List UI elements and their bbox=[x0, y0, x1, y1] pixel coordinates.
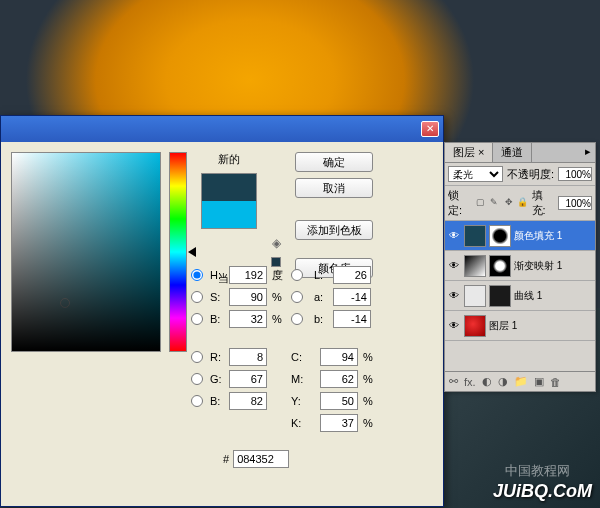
c-unit: % bbox=[363, 351, 379, 363]
s-unit: % bbox=[272, 291, 288, 303]
visibility-icon[interactable]: 👁 bbox=[447, 230, 461, 241]
h-unit: 度 bbox=[272, 268, 288, 283]
folder-icon[interactable]: 📁 bbox=[514, 375, 528, 388]
l-label: L: bbox=[314, 269, 330, 281]
m-input[interactable] bbox=[320, 370, 358, 388]
a-input[interactable] bbox=[333, 288, 371, 306]
color-swatch bbox=[201, 173, 257, 229]
hex-label: # bbox=[223, 453, 229, 465]
opacity-label: 不透明度: bbox=[507, 167, 554, 182]
fx-icon[interactable]: fx. bbox=[464, 376, 476, 388]
visibility-icon[interactable]: 👁 bbox=[447, 260, 461, 271]
layer-mask-thumb bbox=[489, 255, 511, 277]
r-input[interactable] bbox=[229, 348, 267, 366]
fill-label: 填充: bbox=[532, 188, 556, 218]
lb-label: b: bbox=[314, 313, 330, 325]
panel-footer: ⚯ fx. ◐ ◑ 📁 ▣ 🗑 bbox=[445, 371, 595, 391]
a-radio[interactable] bbox=[291, 291, 303, 303]
y-label: Y: bbox=[291, 395, 317, 407]
layer-item[interactable]: 👁 颜色填充 1 bbox=[445, 221, 595, 251]
visibility-icon[interactable]: 👁 bbox=[447, 320, 461, 331]
lock-pixels-icon[interactable]: ✎ bbox=[489, 197, 500, 209]
r-radio[interactable] bbox=[191, 351, 203, 363]
layer-thumb bbox=[464, 255, 486, 277]
lock-all-icon[interactable]: 🔒 bbox=[517, 197, 528, 209]
visibility-icon[interactable]: 👁 bbox=[447, 290, 461, 301]
c-input[interactable] bbox=[320, 348, 358, 366]
l-radio[interactable] bbox=[291, 269, 303, 281]
y-input[interactable] bbox=[320, 392, 358, 410]
panel-menu-icon[interactable]: ▸ bbox=[581, 143, 595, 162]
lock-label: 锁定: bbox=[448, 188, 472, 218]
web-safe-icon[interactable]: ◈ bbox=[272, 236, 281, 250]
layer-name[interactable]: 渐变映射 1 bbox=[514, 259, 593, 273]
g-label: G: bbox=[210, 373, 226, 385]
g-radio[interactable] bbox=[191, 373, 203, 385]
c-label: C: bbox=[291, 351, 317, 363]
link-icon[interactable]: ⚯ bbox=[449, 375, 458, 388]
k-input[interactable] bbox=[320, 414, 358, 432]
panel-tabs: 图层 × 通道 ▸ bbox=[445, 143, 595, 163]
new-layer-icon[interactable]: ▣ bbox=[534, 375, 544, 388]
m-label: M: bbox=[291, 373, 317, 385]
trash-icon[interactable]: 🗑 bbox=[550, 376, 561, 388]
layer-name[interactable]: 颜色填充 1 bbox=[514, 229, 593, 243]
l-input[interactable] bbox=[333, 266, 371, 284]
layer-name[interactable]: 曲线 1 bbox=[514, 289, 593, 303]
layer-thumb bbox=[464, 285, 486, 307]
y-unit: % bbox=[363, 395, 379, 407]
k-label: K: bbox=[291, 417, 317, 429]
mask-icon[interactable]: ◐ bbox=[482, 375, 492, 388]
hue-slider-thumb[interactable] bbox=[188, 247, 196, 257]
h-radio[interactable] bbox=[191, 269, 203, 281]
s-label: S: bbox=[210, 291, 226, 303]
color-field[interactable] bbox=[11, 152, 161, 352]
color-picker-dialog: ✕ 新的 ◈ 当前 确定 取消 添加到色板 颜色库 H: bbox=[0, 115, 444, 507]
hex-input[interactable] bbox=[233, 450, 289, 468]
layer-item[interactable]: 👁 曲线 1 bbox=[445, 281, 595, 311]
m-unit: % bbox=[363, 373, 379, 385]
h-input[interactable] bbox=[229, 266, 267, 284]
opacity-input[interactable] bbox=[558, 167, 592, 181]
layers-panel: 图层 × 通道 ▸ 柔光 不透明度: 锁定: ▢ ✎ ✥ 🔒 填充: 👁 颜色填… bbox=[444, 142, 596, 392]
new-color-label: 新的 bbox=[218, 152, 240, 167]
bv-radio[interactable] bbox=[191, 313, 203, 325]
ok-button[interactable]: 确定 bbox=[295, 152, 373, 172]
bv-input[interactable] bbox=[229, 310, 267, 328]
blend-mode-select[interactable]: 柔光 bbox=[448, 166, 503, 182]
dialog-titlebar[interactable]: ✕ bbox=[1, 116, 443, 142]
lock-position-icon[interactable]: ✥ bbox=[503, 197, 514, 209]
layer-item[interactable]: 👁 图层 1 bbox=[445, 311, 595, 341]
hue-slider[interactable] bbox=[169, 152, 187, 352]
bb-label: B: bbox=[210, 395, 226, 407]
k-unit: % bbox=[363, 417, 379, 429]
watermark-cn: 中国教程网 bbox=[505, 462, 570, 480]
layer-item[interactable]: 👁 渐变映射 1 bbox=[445, 251, 595, 281]
s-radio[interactable] bbox=[191, 291, 203, 303]
layer-name[interactable]: 图层 1 bbox=[489, 319, 593, 333]
watermark-en: JUiBQ.CoM bbox=[493, 481, 592, 502]
fill-input[interactable] bbox=[558, 196, 592, 210]
tab-channels[interactable]: 通道 bbox=[493, 143, 532, 162]
g-input[interactable] bbox=[229, 370, 267, 388]
a-label: a: bbox=[314, 291, 330, 303]
current-color-swatch bbox=[202, 201, 256, 228]
bb-radio[interactable] bbox=[191, 395, 203, 407]
bv-label: B: bbox=[210, 313, 226, 325]
layer-thumb bbox=[464, 315, 486, 337]
lb-input[interactable] bbox=[333, 310, 371, 328]
color-picker-cursor bbox=[60, 298, 70, 308]
add-swatch-button[interactable]: 添加到色板 bbox=[295, 220, 373, 240]
bv-unit: % bbox=[272, 313, 288, 325]
cancel-button[interactable]: 取消 bbox=[295, 178, 373, 198]
close-icon[interactable]: ✕ bbox=[421, 121, 439, 137]
adjustment-icon[interactable]: ◑ bbox=[498, 375, 508, 388]
s-input[interactable] bbox=[229, 288, 267, 306]
lock-transparent-icon[interactable]: ▢ bbox=[475, 197, 486, 209]
bb-input[interactable] bbox=[229, 392, 267, 410]
h-label: H: bbox=[210, 269, 226, 281]
r-label: R: bbox=[210, 351, 226, 363]
lb-radio[interactable] bbox=[291, 313, 303, 325]
tab-layers[interactable]: 图层 × bbox=[445, 143, 493, 162]
layer-thumb bbox=[464, 225, 486, 247]
